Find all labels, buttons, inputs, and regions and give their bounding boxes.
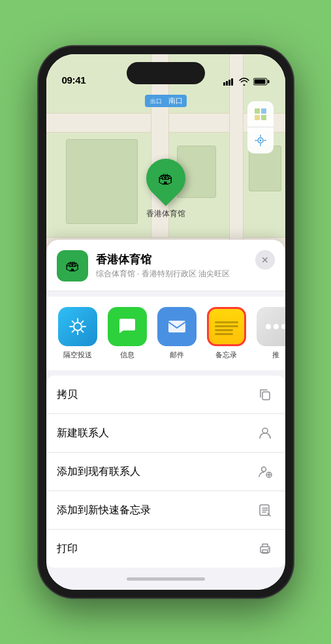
venue-icon: 🏟 (57, 250, 88, 282)
action-new-contact[interactable]: 新建联系人 (46, 414, 285, 453)
home-bar (127, 577, 205, 581)
svg-rect-10 (261, 115, 266, 120)
svg-point-12 (259, 140, 261, 142)
map-btn-group (247, 101, 274, 153)
svg-rect-15 (262, 392, 270, 400)
status-time: 09:41 (62, 74, 86, 86)
svg-rect-6 (268, 80, 270, 84)
action-print-label: 打印 (57, 542, 78, 556)
share-item-more[interactable]: 推 (255, 307, 285, 360)
status-icons (223, 78, 270, 86)
more-label: 推 (272, 350, 279, 360)
dynamic-island (127, 62, 205, 84)
pin-inner: 🏟 (158, 169, 174, 187)
signal-icon (223, 78, 235, 86)
share-item-messages[interactable]: 信息 (106, 307, 148, 360)
svg-rect-7 (255, 108, 260, 114)
map-pin: 🏟 香港体育馆 (146, 159, 185, 219)
svg-rect-14 (168, 321, 185, 332)
action-copy-label: 拷贝 (57, 388, 78, 402)
bottom-sheet: 🏟 香港体育馆 综合体育馆 · 香港特别行政区 油尖旺区 ✕ (46, 240, 285, 590)
notes-line-1 (215, 321, 238, 323)
print-icon (255, 539, 275, 558)
svg-point-17 (261, 467, 266, 472)
mail-icon (157, 307, 197, 346)
messages-label: 信息 (120, 350, 134, 360)
action-list: 拷贝 新建联系人 (46, 376, 285, 568)
airdrop-icon (58, 307, 97, 346)
venue-name: 香港体育馆 (96, 252, 275, 267)
venue-desc: 综合体育馆 · 香港特别行政区 油尖旺区 (96, 268, 275, 280)
new-contact-icon (255, 423, 275, 443)
svg-rect-8 (261, 108, 266, 114)
action-add-existing[interactable]: 添加到现有联系人 (46, 453, 285, 491)
svg-rect-0 (223, 82, 225, 86)
map-type-button[interactable] (247, 101, 274, 127)
add-existing-icon (255, 462, 275, 481)
action-quick-note[interactable]: 添加到新快速备忘录 (46, 491, 285, 530)
svg-point-22 (268, 548, 269, 549)
venue-info: 香港体育馆 综合体育馆 · 香港特别行政区 油尖旺区 (96, 252, 275, 280)
notes-line-3 (215, 329, 233, 331)
svg-rect-2 (229, 80, 230, 86)
copy-icon (255, 385, 275, 404)
battery-icon (253, 78, 270, 86)
action-print[interactable]: 打印 (46, 530, 285, 568)
svg-rect-5 (254, 80, 265, 84)
svg-rect-21 (262, 550, 268, 553)
share-item-airdrop[interactable]: 隔空投送 (57, 307, 99, 360)
phone-screen: 09:41 (46, 54, 285, 590)
svg-rect-3 (231, 78, 233, 86)
action-copy[interactable]: 拷贝 (46, 376, 285, 414)
notes-icon (207, 307, 246, 346)
action-quick-note-label: 添加到新快速备忘录 (57, 504, 151, 517)
notes-line-2 (215, 325, 238, 327)
venue-header: 🏟 香港体育馆 综合体育馆 · 香港特别行政区 油尖旺区 ✕ (46, 240, 285, 291)
svg-rect-9 (255, 115, 260, 120)
action-new-contact-label: 新建联系人 (57, 427, 109, 440)
svg-point-13 (74, 323, 82, 330)
airdrop-label: 隔空投送 (63, 350, 92, 360)
notes-lines (212, 316, 241, 338)
pin-label: 香港体育馆 (146, 208, 185, 219)
share-row: 隔空投送 信息 (46, 297, 285, 370)
map-label: 出口 南口 (144, 95, 186, 107)
share-item-notes[interactable]: 备忘录 (206, 307, 247, 360)
mail-label: 邮件 (170, 350, 184, 360)
phone-frame: 09:41 (39, 46, 293, 598)
home-indicator (46, 568, 285, 590)
pin-icon: 🏟 (138, 151, 193, 206)
quick-note-icon (255, 500, 275, 520)
messages-icon (108, 307, 147, 346)
wifi-icon (239, 78, 249, 86)
notes-line-4 (215, 333, 233, 335)
svg-rect-1 (226, 81, 228, 86)
notes-label: 备忘录 (215, 350, 237, 360)
location-button[interactable] (247, 127, 274, 153)
action-add-existing-label: 添加到现有联系人 (57, 465, 140, 479)
share-item-mail[interactable]: 邮件 (156, 307, 198, 360)
more-icon (257, 307, 285, 346)
close-button[interactable]: ✕ (255, 250, 275, 270)
